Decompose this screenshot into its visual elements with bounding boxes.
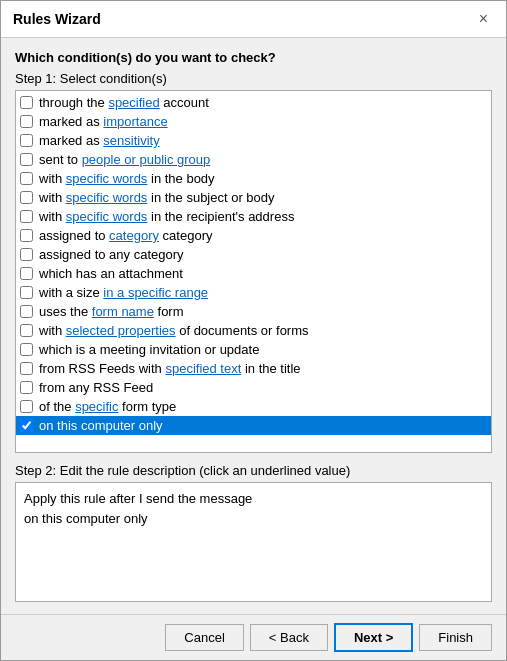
step2-label: Step 2: Edit the rule description (click… [15, 463, 492, 478]
list-item[interactable]: which has an attachment [16, 264, 491, 283]
finish-button[interactable]: Finish [419, 624, 492, 651]
list-item[interactable]: sent to people or public group [16, 150, 491, 169]
condition-checkbox[interactable] [20, 229, 33, 242]
list-item[interactable]: with specific words in the recipient's a… [16, 207, 491, 226]
condition-checkbox[interactable] [20, 172, 33, 185]
title-bar: Rules Wizard × [1, 1, 506, 38]
dialog-title: Rules Wizard [13, 11, 101, 27]
list-item[interactable]: assigned to any category [16, 245, 491, 264]
list-item[interactable]: with specific words in the body [16, 169, 491, 188]
rules-wizard-dialog: Rules Wizard × Which condition(s) do you… [0, 0, 507, 661]
next-button[interactable]: Next > [334, 623, 413, 652]
back-button[interactable]: < Back [250, 624, 328, 651]
condition-link[interactable]: selected properties [66, 323, 176, 338]
condition-checkbox[interactable] [20, 267, 33, 280]
list-item[interactable]: assigned to category category [16, 226, 491, 245]
condition-checkbox[interactable] [20, 419, 33, 432]
condition-link[interactable]: category [109, 228, 159, 243]
condition-checkbox[interactable] [20, 324, 33, 337]
condition-checkbox[interactable] [20, 305, 33, 318]
condition-checkbox[interactable] [20, 248, 33, 261]
list-item[interactable]: from any RSS Feed [16, 378, 491, 397]
list-item[interactable]: marked as importance [16, 112, 491, 131]
list-item[interactable]: of the specific form type [16, 397, 491, 416]
condition-checkbox[interactable] [20, 362, 33, 375]
close-button[interactable]: × [473, 9, 494, 29]
condition-checkbox[interactable] [20, 381, 33, 394]
condition-link[interactable]: specific words [66, 171, 148, 186]
condition-checkbox[interactable] [20, 96, 33, 109]
list-item[interactable]: with a size in a specific range [16, 283, 491, 302]
condition-checkbox[interactable] [20, 210, 33, 223]
rule-description: Apply this rule after I send the message… [15, 482, 492, 602]
list-item[interactable]: uses the form name form [16, 302, 491, 321]
footer: Cancel < Back Next > Finish [1, 614, 506, 660]
dialog-body: Which condition(s) do you want to check?… [1, 38, 506, 614]
step2-section: Step 2: Edit the rule description (click… [15, 463, 492, 602]
list-item[interactable]: marked as sensitivity [16, 131, 491, 150]
condition-checkbox[interactable] [20, 153, 33, 166]
condition-checkbox[interactable] [20, 115, 33, 128]
condition-link[interactable]: in a specific range [103, 285, 208, 300]
cancel-button[interactable]: Cancel [165, 624, 243, 651]
list-item[interactable]: with selected properties of documents or… [16, 321, 491, 340]
condition-link[interactable]: people or public group [82, 152, 211, 167]
list-item[interactable]: through the specified account [16, 93, 491, 112]
condition-link[interactable]: specified text [165, 361, 241, 376]
rule-description-line: Apply this rule after I send the message [24, 489, 483, 509]
list-item[interactable]: which is a meeting invitation or update [16, 340, 491, 359]
step1-label: Step 1: Select condition(s) [15, 71, 492, 86]
condition-link[interactable]: form name [92, 304, 154, 319]
conditions-list: through the specified accountmarked as i… [15, 90, 492, 453]
rule-description-line: on this computer only [24, 509, 483, 529]
list-item[interactable]: with specific words in the subject or bo… [16, 188, 491, 207]
condition-link[interactable]: specific [75, 399, 118, 414]
condition-link[interactable]: specific words [66, 209, 148, 224]
condition-link[interactable]: sensitivity [103, 133, 159, 148]
main-question: Which condition(s) do you want to check? [15, 50, 492, 65]
condition-checkbox[interactable] [20, 286, 33, 299]
condition-checkbox[interactable] [20, 191, 33, 204]
condition-link[interactable]: importance [103, 114, 167, 129]
condition-link[interactable]: specific words [66, 190, 148, 205]
condition-checkbox[interactable] [20, 343, 33, 356]
condition-checkbox[interactable] [20, 134, 33, 147]
list-item[interactable]: on this computer only [16, 416, 491, 435]
list-item[interactable]: from RSS Feeds with specified text in th… [16, 359, 491, 378]
condition-link[interactable]: specified [108, 95, 159, 110]
condition-checkbox[interactable] [20, 400, 33, 413]
